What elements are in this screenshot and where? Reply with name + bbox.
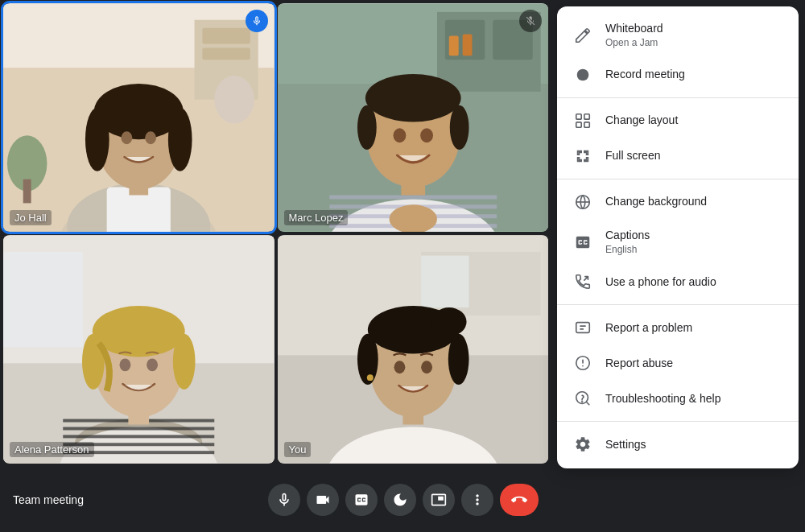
svg-rect-74 (576, 114, 581, 119)
svg-point-73 (577, 69, 589, 81)
svg-point-69 (431, 307, 467, 336)
edit-icon (573, 26, 592, 45)
svg-rect-28 (329, 195, 497, 199)
svg-point-18 (145, 131, 156, 144)
svg-rect-5 (202, 47, 250, 60)
report-abuse-icon (573, 353, 592, 373)
svg-point-37 (393, 128, 406, 142)
captions-icon (573, 233, 592, 252)
menu-troubleshooting[interactable]: Troubleshooting & help (557, 381, 799, 416)
record-label: Record meeting (605, 67, 685, 83)
muted-mic-indicator (519, 10, 542, 32)
svg-rect-79 (576, 323, 590, 333)
svg-rect-4 (202, 28, 250, 44)
video-tile-1: Jo Hall (3, 3, 275, 232)
svg-rect-48 (63, 435, 214, 438)
camera-icon (315, 492, 331, 508)
layout-button[interactable] (423, 484, 455, 516)
svg-rect-26 (462, 35, 472, 56)
troubleshooting-label: Troubleshooting & help (605, 391, 720, 407)
video-tile-3: Alena Patterson (3, 235, 275, 464)
participant-video-3 (3, 235, 275, 464)
video-tile-2: Marc Lopez (278, 3, 549, 232)
pip-icon (431, 492, 447, 508)
report-abuse-label: Report abuse (605, 356, 673, 372)
control-bar: Team meeting (0, 467, 551, 532)
active-mic-indicator (246, 10, 268, 32)
more-vert-icon (469, 492, 485, 508)
svg-point-34 (365, 74, 460, 122)
svg-rect-77 (584, 122, 589, 127)
svg-rect-62 (421, 256, 469, 307)
svg-point-6 (214, 76, 254, 123)
svg-point-38 (420, 128, 433, 142)
svg-rect-76 (576, 122, 581, 127)
help-icon (573, 389, 592, 408)
camera-button[interactable] (307, 484, 339, 516)
whiteboard-sublabel: Open a Jam (605, 37, 663, 50)
settings-icon (573, 435, 592, 454)
svg-rect-43 (3, 252, 83, 348)
phone-icon (573, 272, 592, 291)
phone-audio-label: Use a phone for audio (605, 274, 716, 291)
menu-fullscreen[interactable]: Full screen (557, 138, 799, 174)
video-grid: Jo Hall (0, 0, 551, 467)
svg-rect-75 (584, 114, 589, 119)
svg-point-55 (173, 334, 196, 390)
participant-video-1 (3, 3, 275, 232)
mic-button[interactable] (268, 484, 300, 516)
participant-video-2 (278, 3, 549, 232)
menu-change-background[interactable]: Change background (557, 184, 799, 220)
background-icon (573, 192, 592, 212)
menu-captions[interactable]: Captions English (557, 220, 799, 264)
participant-video-4 (278, 235, 549, 464)
svg-point-17 (121, 131, 132, 144)
menu-report-abuse[interactable]: Report abuse (557, 345, 799, 381)
meeting-title: Team meeting (13, 493, 84, 506)
end-call-icon (511, 492, 527, 508)
fullscreen-label: Full screen (605, 148, 660, 164)
mic-muted-icon (525, 15, 536, 27)
menu-settings[interactable]: Settings (557, 427, 799, 462)
svg-point-16 (168, 108, 192, 171)
svg-rect-47 (63, 427, 214, 430)
participant-name-4: You (284, 442, 312, 457)
mic-icon (276, 492, 292, 508)
background-label: Change background (605, 194, 707, 210)
layout-label: Change layout (605, 113, 678, 129)
svg-point-71 (421, 361, 432, 373)
effects-button[interactable] (384, 484, 416, 516)
svg-point-57 (147, 358, 158, 371)
meeting-controls (268, 484, 539, 516)
svg-point-82 (582, 402, 583, 402)
cc-icon (353, 492, 369, 508)
record-icon (573, 65, 592, 85)
more-options-button[interactable] (461, 484, 493, 516)
menu-record[interactable]: Record meeting (557, 57, 799, 93)
effects-icon (392, 492, 408, 508)
divider-2 (557, 179, 799, 179)
captions-label: Captions (605, 228, 650, 244)
end-call-button[interactable] (500, 484, 539, 516)
captions-sublabel: English (605, 244, 650, 257)
svg-point-36 (449, 105, 469, 150)
video-tile-4: You (278, 235, 549, 464)
svg-point-68 (448, 334, 469, 385)
svg-point-35 (357, 105, 376, 150)
divider-3 (557, 304, 799, 305)
mic-on-icon (251, 15, 262, 27)
menu-whiteboard[interactable]: Whiteboard Open a Jam (557, 13, 799, 57)
whiteboard-label: Whiteboard (605, 21, 663, 37)
svg-point-70 (394, 361, 405, 373)
menu-change-layout[interactable]: Change layout (557, 103, 799, 138)
svg-point-72 (366, 374, 373, 381)
captions-button[interactable] (345, 484, 378, 516)
report-problem-icon (573, 318, 592, 337)
participant-name-2: Marc Lopez (284, 210, 349, 225)
menu-phone-audio[interactable]: Use a phone for audio (557, 264, 799, 299)
fullscreen-icon (573, 146, 592, 166)
divider-1 (557, 97, 799, 98)
svg-rect-25 (448, 36, 458, 56)
menu-report-problem[interactable]: Report a problem (557, 310, 799, 345)
layout-icon (573, 111, 592, 130)
